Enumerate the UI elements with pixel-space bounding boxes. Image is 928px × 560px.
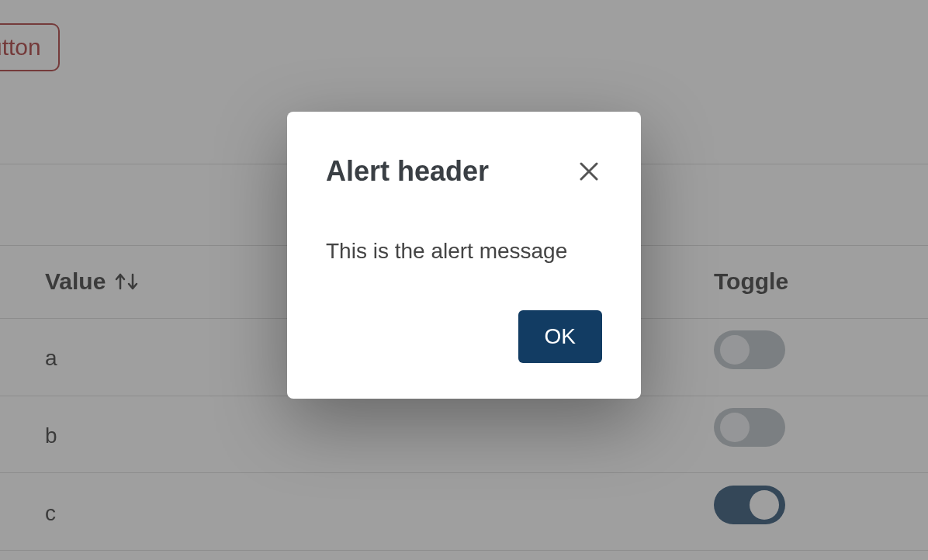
dialog-message: This is the alert message: [326, 239, 602, 264]
dialog-footer: OK: [326, 310, 602, 363]
close-button[interactable]: [576, 158, 602, 185]
ok-button[interactable]: OK: [518, 310, 602, 363]
dialog-header: Alert header: [326, 155, 602, 188]
close-icon: [578, 161, 600, 182]
alert-dialog: Alert header This is the alert message O…: [287, 112, 641, 399]
modal-overlay[interactable]: Alert header This is the alert message O…: [0, 0, 928, 560]
dialog-title: Alert header: [326, 155, 489, 188]
